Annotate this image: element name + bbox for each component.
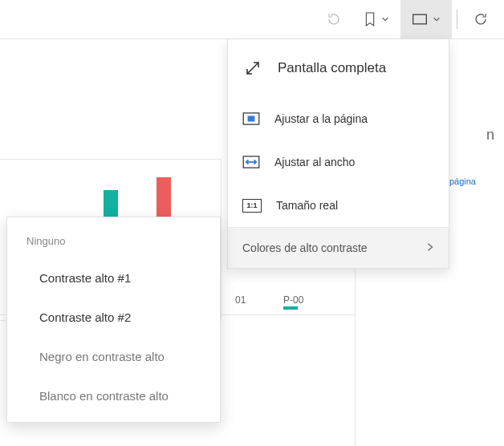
menu-label: Tamaño real (276, 199, 338, 212)
contrast-item-black[interactable]: Negro en contraste alto (7, 337, 220, 376)
menu-item-high-contrast[interactable]: Colores de alto contraste (228, 227, 449, 268)
chevron-down-icon (433, 15, 441, 23)
fit-width-icon (242, 153, 260, 171)
actual-size-icon: 1:1 (242, 199, 262, 213)
contrast-item-hc2[interactable]: Contraste alto #2 (7, 298, 220, 337)
menu-label: Pantalla completa (278, 60, 386, 76)
menu-label: Colores de alto contraste (242, 241, 368, 254)
menu-item-fit-width[interactable]: Ajustar al ancho (228, 140, 449, 184)
axis-label-p00: P-00 (283, 294, 303, 306)
fit-page-icon (242, 110, 260, 128)
bookmark-button[interactable] (352, 0, 400, 39)
actual-size-badge: 1:1 (246, 201, 257, 209)
menu-item-fullscreen[interactable]: Pantalla completa (228, 39, 449, 97)
chevron-down-icon (381, 15, 389, 23)
view-button[interactable] (400, 0, 452, 39)
page-link[interactable]: página (449, 176, 476, 186)
reset-icon (327, 12, 341, 26)
contrast-item-hc1[interactable]: Contraste alto #1 (7, 258, 220, 298)
menu-label: Ajustar a la página (274, 112, 368, 125)
menu-item-actual-size[interactable]: 1:1 Tamaño real (228, 184, 449, 227)
partial-letter: n (486, 127, 494, 144)
toolbar-right (315, 0, 499, 39)
refresh-icon (474, 12, 488, 26)
svg-rect-3 (248, 116, 255, 121)
menu-label: Ajustar al ancho (274, 156, 355, 168)
toolbar-separator (457, 10, 457, 29)
bookmark-icon (364, 11, 376, 27)
svg-rect-0 (413, 14, 427, 24)
contrast-item-white[interactable]: Blanco en contraste alto (7, 376, 220, 416)
chevron-right-icon (426, 241, 434, 254)
svg-line-1 (247, 63, 258, 74)
contrast-submenu: Ninguno Contraste alto #1 Contraste alto… (6, 217, 221, 423)
fullscreen-icon (242, 58, 263, 79)
menu-item-fit-page[interactable]: Ajustar a la página (228, 97, 449, 140)
view-rectangle-icon (412, 13, 428, 26)
axis-label-01: 01 (235, 294, 246, 306)
contrast-header-none[interactable]: Ninguno (7, 224, 220, 258)
reset-button[interactable] (315, 0, 352, 39)
view-menu: Pantalla completa Ajustar a la página Aj… (227, 39, 449, 269)
refresh-button[interactable] (462, 0, 499, 39)
legend-swatch-teal (283, 306, 298, 310)
toolbar (0, 0, 504, 39)
